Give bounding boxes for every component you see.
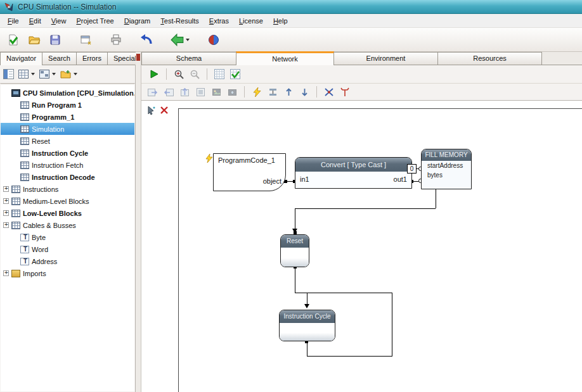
menu-help[interactable]: Help [268, 15, 293, 27]
block-view-icon [39, 70, 49, 79]
probe-button[interactable] [339, 85, 351, 98]
tree-panel-icon [3, 69, 14, 79]
node-reset[interactable]: Reset [280, 234, 309, 267]
distribute-button[interactable] [266, 85, 279, 98]
tree-item-instruction-fetch[interactable]: Instruction Fetch [1, 159, 134, 171]
run-button[interactable] [204, 30, 223, 49]
import-block-button[interactable] [162, 85, 175, 98]
export-block-button[interactable] [146, 85, 159, 98]
snapshot-button[interactable] [194, 85, 207, 98]
expand-icon[interactable] [3, 270, 9, 276]
wire-fillmemory-down[interactable] [436, 189, 436, 208]
tab-network[interactable]: Network [236, 51, 334, 65]
tab-search[interactable]: Search [42, 52, 77, 65]
package-icon [11, 270, 20, 277]
splitter-handle-icon[interactable] [136, 54, 140, 61]
move-down-button[interactable] [298, 85, 311, 98]
tree-item-imports[interactable]: Imports [1, 267, 134, 279]
zoom-out-button[interactable] [188, 68, 201, 80]
tab-resources[interactable]: Resources [437, 52, 542, 65]
view-options-button[interactable] [18, 70, 35, 79]
block-view-dropdown-icon[interactable] [52, 73, 56, 75]
open-button[interactable] [25, 30, 44, 49]
node-instruction-cycle[interactable]: Instruction Cycle [279, 310, 335, 341]
expand-icon[interactable] [3, 186, 9, 192]
zoom-out-icon [190, 69, 200, 80]
constant-value-box[interactable]: 0 [407, 164, 417, 174]
tree-item-simulation[interactable]: Simulation [1, 123, 134, 135]
tab-errors[interactable]: Errors [76, 52, 108, 65]
menu-view[interactable]: View [46, 15, 72, 27]
tree-item-medium-level-blocks[interactable]: Medium-Level Blocks [1, 195, 134, 207]
tree-item-instruction-cycle[interactable]: Instruction Cycle [1, 147, 134, 159]
node-programmcode[interactable]: ProgrammCode_1 object [213, 153, 286, 191]
new-folder-button[interactable] [60, 70, 77, 79]
wire-to-reset[interactable] [295, 208, 295, 231]
save-button[interactable] [46, 30, 65, 49]
undo-button[interactable] [137, 30, 156, 49]
zoom-in-button[interactable] [172, 68, 185, 80]
tree-item-byte[interactable]: Byte [1, 231, 134, 243]
new-document-button[interactable] [4, 30, 23, 49]
image-button[interactable] [210, 85, 223, 98]
expand-icon[interactable] [3, 222, 9, 228]
screenshot-button[interactable] [226, 85, 238, 98]
tree-item-cables-busses[interactable]: Cables & Busses [1, 219, 134, 231]
new-folder-icon [60, 70, 71, 79]
tab-navigator[interactable]: Navigator [0, 52, 42, 65]
wire-loop-bottom[interactable] [307, 356, 392, 357]
tree-item-instructions[interactable]: Instructions [1, 183, 134, 195]
navigate-back-button[interactable] [167, 30, 193, 49]
wire-icycle-bottom[interactable] [307, 341, 307, 356]
new-folder-dropdown-icon[interactable] [74, 73, 77, 75]
grid-snap-button[interactable] [229, 68, 242, 80]
back-dropdown-icon[interactable] [186, 39, 190, 41]
move-up-button[interactable] [282, 85, 295, 98]
new-window-button[interactable] [76, 30, 95, 49]
panel-splitter[interactable] [136, 52, 141, 392]
menu-license[interactable]: License [234, 15, 268, 27]
menu-diagram[interactable]: Diagram [119, 15, 156, 27]
wire-loop-top[interactable] [295, 293, 392, 293]
menu-test-results[interactable]: Test-Results [155, 15, 204, 27]
expand-icon[interactable] [3, 210, 9, 216]
node-title: FILL MEMORY [422, 149, 471, 161]
menu-project-tree[interactable]: Project Tree [71, 15, 119, 27]
tree-item-reset[interactable]: Reset [1, 135, 134, 147]
tree-item-programm-1[interactable]: Programm_1 [1, 111, 134, 123]
tree-item-instruction-decode[interactable]: Instruction Decode [1, 171, 134, 183]
block-view-button[interactable] [39, 70, 56, 79]
run-simulation-button[interactable] [148, 68, 160, 80]
undo-icon [139, 33, 153, 47]
node-convert[interactable]: Convert [ Type Cast ] in1 out1 [295, 157, 412, 189]
cut-connection-button[interactable] [323, 85, 335, 98]
title-bar[interactable]: CPU Simulation -- Simulation [0, 0, 582, 14]
tree-item-root[interactable]: CPU Simulation [CPU_Simulation.c [1, 87, 134, 99]
menu-extras[interactable]: Extras [204, 15, 234, 27]
menu-edit[interactable]: Edit [24, 15, 46, 27]
tree-item-word[interactable]: Word [1, 243, 134, 255]
tree-item-low-level-blocks[interactable]: Low-Level Blocks [1, 207, 134, 219]
tab-environment[interactable]: Environment [333, 52, 438, 65]
autoconnect-button[interactable] [250, 85, 263, 98]
network-canvas[interactable]: ProgrammCode_1 object Convert [ Type Cas… [141, 101, 582, 392]
menu-file[interactable]: File [3, 15, 24, 27]
tree-item-address[interactable]: Address [1, 255, 134, 267]
page-border-left [178, 108, 179, 392]
wire-icycle-top[interactable] [307, 293, 307, 305]
expand-icon[interactable] [3, 198, 9, 204]
wire-reset-down[interactable] [295, 267, 295, 293]
grid-button[interactable] [213, 68, 226, 80]
delete-icon[interactable] [160, 106, 169, 115]
tab-schema[interactable]: Schema [141, 52, 236, 65]
pointer-tool-icon[interactable] [146, 106, 156, 115]
node-fillmemory[interactable]: FILL MEMORY startAddress bytes [421, 149, 472, 189]
page-up-button[interactable] [178, 85, 191, 98]
wire-loop-right[interactable] [392, 293, 392, 356]
view-options-dropdown-icon[interactable] [31, 73, 35, 75]
wire-fillmemory-left[interactable] [295, 208, 436, 209]
tree-item-run-program-1[interactable]: Run Program 1 [1, 99, 134, 111]
print-button[interactable] [107, 30, 126, 49]
tree-panel-button[interactable] [3, 69, 14, 79]
move-down-icon [301, 87, 309, 97]
